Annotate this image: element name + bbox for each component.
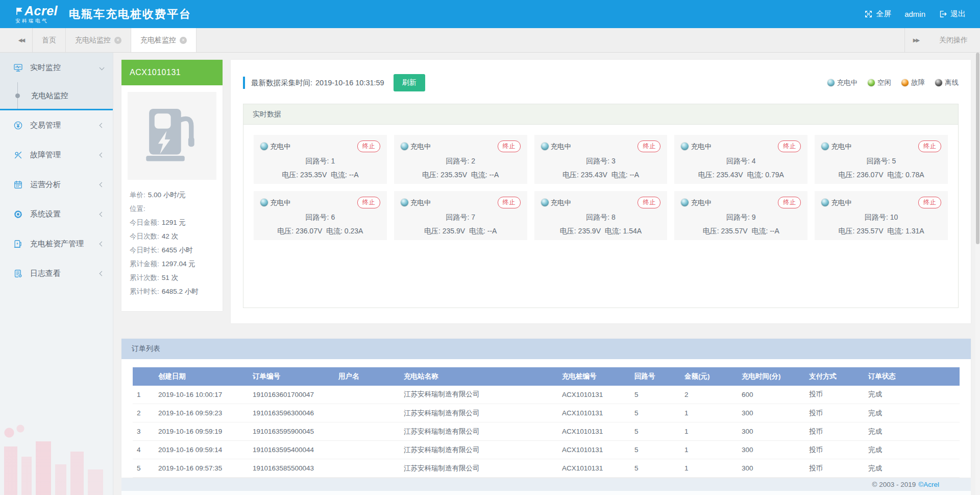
col-amount: 金额(元) [680, 367, 738, 386]
terminate-button[interactable]: 终止 [918, 197, 941, 208]
terminate-button[interactable]: 终止 [638, 140, 660, 152]
terminate-button[interactable]: 终止 [357, 140, 380, 152]
sidebar-item-system-settings[interactable]: 系统设置 [0, 199, 113, 229]
sidebar-item-label: 故障管理 [30, 150, 61, 160]
vertical-scrollbar[interactable] [975, 53, 980, 495]
idle-status-icon [868, 79, 875, 86]
tab-station-monitor[interactable]: 充电站监控 × [66, 28, 131, 52]
card-status: 充电中 [401, 198, 431, 207]
circuit-number: 回路号: 10 [821, 213, 941, 222]
col-station-name: 充电站名称 [400, 367, 558, 386]
brand-logo: Acrel 安科瑞电气 [15, 5, 58, 23]
circuit-card: 充电中终止 回路号: 9 电压: 235.57V 电流: --A [674, 191, 807, 240]
device-id-header: ACX1010131 [121, 60, 223, 85]
sidebar-item-station-monitor[interactable]: 充电站监控 [0, 82, 113, 109]
collect-time-value: 2019-10-16 10:31:59 [315, 79, 384, 87]
table-row[interactable]: 32019-10-16 09:59:191910163595900045江苏安科… [133, 422, 960, 441]
top-header: Acrel 安科瑞电气 电瓶车充电桩收费平台 全屏 admin 退出 [0, 0, 980, 28]
close-tab-icon[interactable]: × [180, 37, 187, 44]
col-order-no: 订单编号 [249, 367, 334, 386]
topbar-actions: 全屏 admin 退出 [851, 9, 966, 19]
terminate-button[interactable]: 终止 [357, 197, 380, 208]
terminate-button[interactable]: 终止 [778, 197, 801, 208]
table-row[interactable]: 52019-10-16 09:57:351910163585500043江苏安科… [133, 459, 960, 478]
terminate-button[interactable]: 终止 [778, 140, 801, 152]
stat-today-count: 今日次数:42 次 [130, 229, 216, 243]
circuit-number: 回路号: 9 [681, 213, 801, 222]
footer-strip [121, 491, 971, 495]
charging-status-icon [827, 79, 835, 86]
circuit-card: 充电中终止 回路号: 2 电压: 235.35V 电流: --A [394, 135, 527, 184]
circuit-card: 充电中终止 回路号: 7 电压: 235.9V 电流: --A [394, 191, 527, 240]
tab-home[interactable]: 首页 [33, 28, 66, 52]
tab-bar: ◀◀ 首页 充电站监控 × 充电桩监控 × ▶▶ 关闭操作 [0, 28, 980, 53]
table-row[interactable]: 22019-10-16 09:59:231910163596300046江苏安科… [133, 404, 960, 422]
sidebar-item-pile-assets[interactable]: 充电桩资产管理 [0, 229, 113, 258]
card-status: 充电中 [260, 142, 291, 151]
charging-status-icon [541, 143, 549, 150]
menu-group-realtime: 实时监控 充电站监控 [0, 53, 113, 110]
status-legend: 充电中 空闲 故障 离线 [817, 78, 959, 87]
page-footer: © 2003 - 2019 ©Acrel [121, 478, 971, 491]
sidebar-item-transactions[interactable]: 交易管理 [0, 110, 113, 140]
legend-charging: 充电中 [827, 78, 858, 87]
card-status: 充电中 [681, 142, 712, 151]
close-tab-icon[interactable]: × [114, 37, 121, 44]
sidebar-item-faults[interactable]: 故障管理 [0, 140, 113, 170]
table-row[interactable]: 12019-10-16 10:00:171910163601700047江苏安科… [133, 386, 960, 404]
footer-brand-link[interactable]: ©Acrel [918, 481, 939, 488]
monitor-icon [13, 63, 23, 73]
decorative-skyline-graphic [0, 418, 113, 495]
chevron-left-icon [100, 241, 105, 246]
copyright-text: © 2003 - 2019 [872, 481, 916, 488]
collect-time-label: 最新数据采集时间: [251, 78, 312, 88]
terminate-button[interactable]: 终止 [498, 197, 521, 208]
fullscreen-button[interactable]: 全屏 [864, 9, 891, 19]
col-index [133, 367, 154, 386]
gear-icon [13, 209, 23, 219]
orders-panel-title: 订单列表 [121, 339, 971, 359]
voltage-current: 电压: 236.07V 电流: 0.78A [821, 171, 941, 180]
main-content: ACX1010131 [113, 53, 980, 495]
log-document-icon [13, 269, 23, 278]
charging-pile-icon [13, 239, 23, 249]
circuit-number: 回路号: 6 [260, 213, 380, 222]
col-pile-no: 充电桩编号 [558, 367, 630, 386]
logout-label: 退出 [950, 9, 966, 19]
tabs-scroll-right-button[interactable]: ▶▶ [904, 28, 927, 52]
sidebar-item-logs[interactable]: 日志查看 [0, 258, 113, 288]
col-created-date: 创建日期 [154, 367, 249, 386]
sidebar-item-label: 充电站监控 [31, 91, 68, 101]
username[interactable]: admin [904, 10, 925, 18]
terminate-button[interactable]: 终止 [918, 140, 941, 152]
stat-total-count: 累计次数:51 次 [130, 271, 216, 285]
circuit-number: 回路号: 1 [260, 157, 380, 166]
legend-fault: 故障 [901, 78, 925, 87]
charging-status-icon [260, 199, 268, 206]
close-operations-label: 关闭操作 [939, 36, 968, 45]
terminate-button[interactable]: 终止 [498, 140, 521, 152]
fullscreen-label: 全屏 [876, 9, 891, 19]
sidebar-item-operations-analysis[interactable]: 运营分析 [0, 170, 113, 199]
flag-icon [15, 7, 23, 15]
voltage-current: 电压: 235.9V 电流: 1.54A [541, 227, 661, 236]
orders-table: 创建日期 订单编号 用户名 充电站名称 充电桩编号 回路号 金额(元) 充电时间… [133, 367, 960, 478]
stat-today-duration: 今日时长:6455 小时 [130, 243, 216, 257]
col-username: 用户名 [334, 367, 400, 386]
double-right-arrow-icon: ▶▶ [913, 37, 919, 43]
logout-button[interactable]: 退出 [939, 9, 966, 19]
card-status: 充电中 [401, 142, 431, 151]
circuit-card: 充电中终止 回路号: 8 电压: 235.9V 电流: 1.54A [534, 191, 668, 240]
sidebar-item-realtime-monitor[interactable]: 实时监控 [0, 53, 113, 82]
table-row[interactable]: 42019-10-16 09:59:141910163595400044江苏安科… [133, 441, 960, 459]
terminate-button[interactable]: 终止 [638, 197, 660, 208]
close-operations-menu[interactable]: 关闭操作 [927, 28, 980, 52]
tools-icon [13, 150, 23, 160]
orders-table-header-row: 创建日期 订单编号 用户名 充电站名称 充电桩编号 回路号 金额(元) 充电时间… [133, 367, 960, 386]
circuit-number: 回路号: 8 [541, 213, 661, 222]
voltage-current: 电压: 235.35V 电流: --A [260, 171, 380, 180]
tabs-scroll-left-button[interactable]: ◀◀ [10, 28, 33, 52]
refresh-button[interactable]: 刷新 [394, 74, 425, 91]
scrollbar-thumb[interactable] [976, 53, 979, 244]
tab-pile-monitor[interactable]: 充电桩监控 × [131, 28, 197, 52]
